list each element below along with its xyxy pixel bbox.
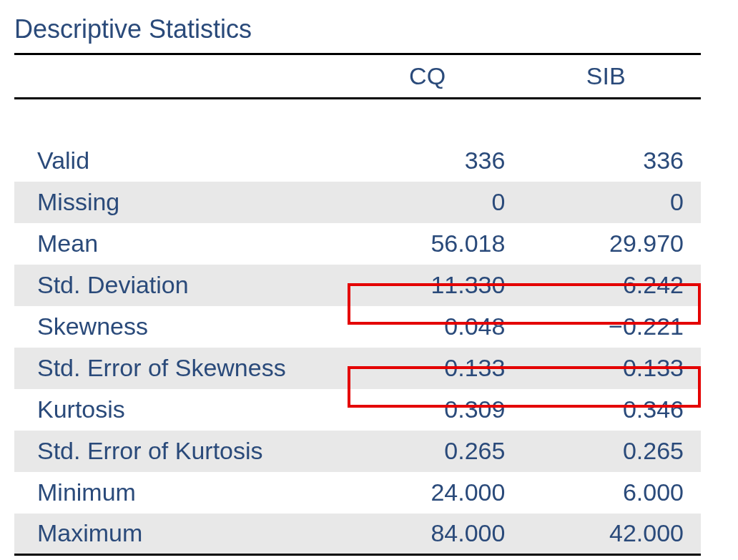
cq-stddev: 11.330 xyxy=(344,265,523,306)
table-header-row: CQ SIB xyxy=(14,54,701,99)
cq-se-kurtosis: 0.265 xyxy=(344,431,523,472)
label-valid: Valid xyxy=(14,140,344,182)
sib-skewness: −0.221 xyxy=(522,306,701,348)
sib-se-kurtosis: 0.265 xyxy=(522,431,701,472)
label-se-kurtosis: Std. Error of Kurtosis xyxy=(14,431,344,472)
cq-maximum: 84.000 xyxy=(344,514,523,555)
row-stddev: Std. Deviation 11.330 6.242 xyxy=(14,265,701,306)
spacer-row xyxy=(14,99,701,140)
cq-missing: 0 xyxy=(344,182,523,223)
row-kurtosis: Kurtosis 0.309 0.346 xyxy=(14,389,701,431)
table-title: Descriptive Statistics xyxy=(14,14,724,44)
label-minimum: Minimum xyxy=(14,472,344,514)
cq-kurtosis: 0.309 xyxy=(344,389,523,431)
table-wrapper: CQ SIB Valid 336 336 Missing 0 0 Mean 56… xyxy=(14,53,701,556)
label-stddev: Std. Deviation xyxy=(14,265,344,306)
sib-mean: 29.970 xyxy=(522,223,701,265)
cq-skewness: 0.048 xyxy=(344,306,523,348)
descriptive-stats-table: CQ SIB Valid 336 336 Missing 0 0 Mean 56… xyxy=(14,53,701,556)
header-blank xyxy=(14,54,344,99)
sib-se-skewness: 0.133 xyxy=(522,348,701,389)
cq-minimum: 24.000 xyxy=(344,472,523,514)
label-missing: Missing xyxy=(14,182,344,223)
label-maximum: Maximum xyxy=(14,514,344,555)
label-kurtosis: Kurtosis xyxy=(14,389,344,431)
sib-missing: 0 xyxy=(522,182,701,223)
row-se-skewness: Std. Error of Skewness 0.133 0.133 xyxy=(14,348,701,389)
label-mean: Mean xyxy=(14,223,344,265)
row-missing: Missing 0 0 xyxy=(14,182,701,223)
cq-valid: 336 xyxy=(344,140,523,182)
header-sib: SIB xyxy=(522,54,701,99)
sib-kurtosis: 0.346 xyxy=(522,389,701,431)
sib-valid: 336 xyxy=(522,140,701,182)
row-maximum: Maximum 84.000 42.000 xyxy=(14,514,701,555)
sib-minimum: 6.000 xyxy=(522,472,701,514)
header-cq: CQ xyxy=(344,54,523,99)
sib-stddev: 6.242 xyxy=(522,265,701,306)
row-minimum: Minimum 24.000 6.000 xyxy=(14,472,701,514)
row-mean: Mean 56.018 29.970 xyxy=(14,223,701,265)
label-se-skewness: Std. Error of Skewness xyxy=(14,348,344,389)
row-valid: Valid 336 336 xyxy=(14,140,701,182)
cq-se-skewness: 0.133 xyxy=(344,348,523,389)
sib-maximum: 42.000 xyxy=(522,514,701,555)
label-skewness: Skewness xyxy=(14,306,344,348)
row-se-kurtosis: Std. Error of Kurtosis 0.265 0.265 xyxy=(14,431,701,472)
row-skewness: Skewness 0.048 −0.221 xyxy=(14,306,701,348)
cq-mean: 56.018 xyxy=(344,223,523,265)
